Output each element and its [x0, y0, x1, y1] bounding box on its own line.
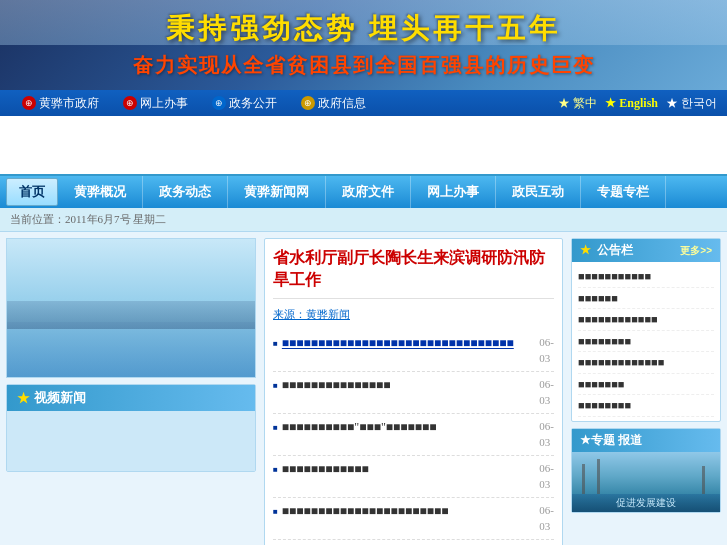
- announcement-item-3[interactable]: ■■■■■■■■: [578, 331, 714, 353]
- left-featured-image: [6, 238, 256, 378]
- top-nav-item-3[interactable]: ⊕ 政府信息: [289, 90, 378, 116]
- main-nav-politics[interactable]: 政务动态: [143, 176, 228, 208]
- right-column: ★ 公告栏 更多>> ■■■■■■■■■■■ ■■■■■■ ■■■■■■■■■■…: [571, 238, 721, 545]
- main-nav: 首页 黄骅概况 政务动态 黄骅新闻网 政府文件 网上办事 政民互动 专题专栏: [0, 176, 727, 208]
- special-report-image[interactable]: 滨海港建设 促进发展建设: [572, 452, 720, 512]
- announcement-item-1[interactable]: ■■■■■■: [578, 288, 714, 310]
- announcement-more-link[interactable]: 更多>>: [680, 244, 712, 258]
- video-section-header: ★ 视频新闻: [7, 385, 255, 411]
- news-date: 06-03: [539, 334, 554, 367]
- top-nav-item-0[interactable]: ⊕ 黄骅市政府: [10, 90, 111, 116]
- list-item: ■ ■■■■■■■■■■■■■■■■■■■■■■■ 06-03: [273, 498, 554, 540]
- star-icon: ★: [580, 433, 591, 447]
- bullet-icon: ■: [273, 464, 278, 476]
- special-report-img-sub: 促进发展建设: [572, 496, 720, 510]
- breadcrumb: 当前位置：2011年6月7号 星期二: [0, 208, 727, 232]
- news-text[interactable]: ■■■■■■■■■■■■: [282, 460, 535, 478]
- special-report-header: ★ 专题 报道: [572, 429, 720, 452]
- lang-korean[interactable]: ★ 한국어: [666, 95, 717, 112]
- news-date: 06-03: [539, 460, 554, 493]
- top-nav-item-2[interactable]: ⊕ 政务公开: [200, 90, 289, 116]
- nav-icon-0: ⊕: [22, 96, 36, 110]
- nav-icon-2: ⊕: [212, 96, 226, 110]
- bullet-icon: ■: [273, 380, 278, 392]
- main-nav-service[interactable]: 网上办事: [411, 176, 496, 208]
- header-text-block: 秉持强劲态势 埋头再干五年 奋力实现从全省贫困县到全国百强县的历史巨变: [133, 10, 595, 79]
- news-text[interactable]: ■■■■■■■■■■■■■■■■■■■■■■■: [282, 502, 535, 520]
- announcement-panel: ★ 公告栏 更多>> ■■■■■■■■■■■ ■■■■■■ ■■■■■■■■■■…: [571, 238, 721, 422]
- announcement-content: ■■■■■■■■■■■ ■■■■■■ ■■■■■■■■■■■■ ■■■■■■■■…: [572, 262, 720, 421]
- left-column: ★ 视频新闻: [6, 238, 256, 545]
- lang-zhfan[interactable]: ★ 繁中: [558, 95, 597, 112]
- list-item: ■ ■■■■■■■■■■■■■■■■■■■■■■■■■■■■■■■■ 06-03: [273, 330, 554, 372]
- header-banner: 秉持强劲态势 埋头再干五年 奋力实现从全省贫困县到全国百强县的历史巨变: [0, 0, 727, 90]
- special-report-panel: ★ 专题 报道 滨海港建设 促进发展建设: [571, 428, 721, 513]
- main-nav-interact[interactable]: 政民互动: [496, 176, 581, 208]
- header-title-main: 秉持强劲态势 埋头再干五年: [133, 10, 595, 48]
- main-nav-news[interactable]: 黄骅新闻网: [228, 176, 326, 208]
- language-switcher: ★ 繁中 ★ English ★ 한국어: [558, 95, 717, 112]
- top-nav-item-1[interactable]: ⊕ 网上办事: [111, 90, 200, 116]
- bullet-icon: ■: [273, 422, 278, 434]
- star-icon: ★: [17, 390, 30, 406]
- announcement-item-6[interactable]: ■■■■■■■■: [578, 395, 714, 417]
- star-icon: ★: [580, 243, 591, 257]
- video-section: ★ 视频新闻: [6, 384, 256, 472]
- main-nav-special[interactable]: 专题专栏: [581, 176, 666, 208]
- news-date: 06-03: [539, 418, 554, 451]
- list-item: ■ ■■■■■■■■■■■■ 06-03: [273, 456, 554, 498]
- main-nav-about[interactable]: 黄骅概况: [58, 176, 143, 208]
- lang-english[interactable]: ★ English: [605, 96, 658, 111]
- list-item: ■ ■■■■■■■■■■■■■■■ 06-03: [273, 372, 554, 414]
- header-title-sub: 奋力实现从全省贫困县到全国百强县的历史巨变: [133, 52, 595, 79]
- video-placeholder[interactable]: [7, 411, 255, 471]
- banner-ad-space: [0, 116, 727, 176]
- news-date: 06-03: [539, 376, 554, 409]
- news-date: 06-03: [539, 502, 554, 535]
- announcement-item-0[interactable]: ■■■■■■■■■■■: [578, 266, 714, 288]
- top-nav-bar: ⊕ 黄骅市政府 ⊕ 网上办事 ⊕ 政务公开 ⊕ 政府信息 ★ 繁中 ★ Engl…: [0, 90, 727, 116]
- announcement-item-5[interactable]: ■■■■■■■: [578, 374, 714, 396]
- news-list: ■ ■■■■■■■■■■■■■■■■■■■■■■■■■■■■■■■■ 06-03…: [273, 330, 554, 540]
- announcement-item-2[interactable]: ■■■■■■■■■■■■: [578, 309, 714, 331]
- news-text[interactable]: ■■■■■■■■■■■■■■■■■■■■■■■■■■■■■■■■: [282, 334, 535, 352]
- nav-icon-1: ⊕: [123, 96, 137, 110]
- news-text[interactable]: ■■■■■■■■■■■■■■■: [282, 376, 535, 394]
- announcement-header: ★ 公告栏 更多>>: [572, 239, 720, 262]
- content-wrapper: ★ 视频新闻 省水利厅副厅长陶长生来滨调研防汛防旱工作 来源：黄骅新闻 ■ ■■…: [0, 232, 727, 545]
- bullet-icon: ■: [273, 338, 278, 350]
- main-nav-home[interactable]: 首页: [6, 178, 58, 206]
- nav-icon-3: ⊕: [301, 96, 315, 110]
- news-text[interactable]: ■■■■■■■■■■"■■■"■■■■■■■: [282, 418, 535, 436]
- list-item: ■ ■■■■■■■■■■"■■■"■■■■■■■ 06-03: [273, 414, 554, 456]
- announcement-item-4[interactable]: ■■■■■■■■■■■■■: [578, 352, 714, 374]
- main-nav-docs[interactable]: 政府文件: [326, 176, 411, 208]
- article-source[interactable]: 来源：黄骅新闻: [273, 307, 554, 322]
- article-title: 省水利厅副厅长陶长生来滨调研防汛防旱工作: [273, 247, 554, 299]
- main-article-panel: 省水利厅副厅长陶长生来滨调研防汛防旱工作 来源：黄骅新闻 ■ ■■■■■■■■■…: [264, 238, 563, 545]
- bullet-icon: ■: [273, 506, 278, 518]
